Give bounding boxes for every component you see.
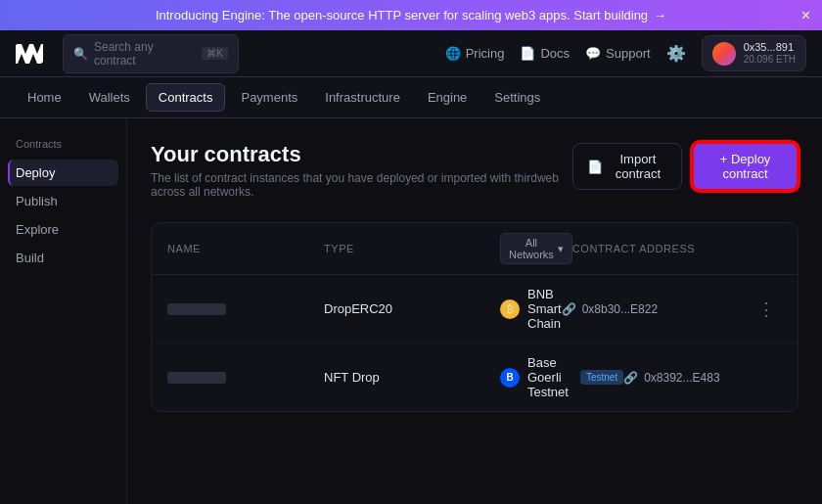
import-contract-button[interactable]: 📄 Import contract xyxy=(572,143,682,190)
content-title-area: Your contracts The list of contract inst… xyxy=(151,142,572,199)
top-nav: 🔍 Search any contract ⌘K 🌐 Pricing 📄 Doc… xyxy=(0,30,822,77)
import-icon: 📄 xyxy=(587,160,603,174)
contract-name-placeholder xyxy=(167,303,324,315)
address-cell: 🔗 0x8392...E483 xyxy=(623,371,799,385)
tab-engine[interactable]: Engine xyxy=(416,84,479,111)
header-actions: 📄 Import contract + Deploy contract xyxy=(572,142,799,191)
logo[interactable] xyxy=(16,44,43,64)
contract-type: NFT Drop xyxy=(324,370,500,385)
globe-icon: 🌐 xyxy=(445,46,461,61)
tab-contracts[interactable]: Contracts xyxy=(146,83,226,112)
sidebar: Contracts Deploy Publish Explore Build xyxy=(0,118,127,504)
wallet-badge[interactable]: 0x35...891 20.096 ETH xyxy=(702,35,806,71)
networks-filter-button[interactable]: All Networks ▾ xyxy=(500,233,572,264)
row-more-button[interactable]: ⋮ xyxy=(757,298,775,320)
sidebar-item-build[interactable]: Build xyxy=(8,245,118,271)
content-area: Your contracts The list of contract inst… xyxy=(127,118,822,504)
network-cell: B Base Goerli Testnet Testnet xyxy=(500,355,623,399)
col-name: NAME xyxy=(167,243,324,254)
base-icon: B xyxy=(500,368,520,388)
table-row: DropERC20 ₿ BNB Smart Chain 🔗 0x8b30...E… xyxy=(152,275,798,344)
tab-settings[interactable]: Settings xyxy=(482,84,552,111)
table-header: NAME TYPE All Networks ▾ CONTRACT ADDRES… xyxy=(152,223,798,275)
content-header: Your contracts The list of contract inst… xyxy=(151,142,799,199)
support-icon: 💬 xyxy=(585,46,601,61)
announcement-close-button[interactable]: × xyxy=(801,8,810,23)
contract-address: 0x8b30...E822 xyxy=(582,302,658,316)
docs-icon: 📄 xyxy=(520,46,535,61)
tab-wallets[interactable]: Wallets xyxy=(77,84,142,111)
address-cell: 🔗 0x8b30...E822 xyxy=(562,302,757,316)
network-name: Base Goerli Testnet xyxy=(527,355,569,399)
sidebar-item-explore[interactable]: Explore xyxy=(8,216,118,243)
col-networks[interactable]: All Networks ▾ xyxy=(500,233,572,264)
pricing-link[interactable]: 🌐 Pricing xyxy=(445,46,505,61)
network-cell: ₿ BNB Smart Chain xyxy=(500,287,562,331)
wallet-balance: 20.096 ETH xyxy=(744,54,796,66)
contract-type: DropERC20 xyxy=(324,301,500,316)
announcement-text: Introducing Engine: The open-source HTTP… xyxy=(156,8,648,23)
sidebar-item-publish[interactable]: Publish xyxy=(8,188,118,214)
contract-address: 0x8392...E483 xyxy=(644,371,719,385)
theme-toggle-button[interactable]: ⚙️ xyxy=(666,44,686,63)
network-name: BNB Smart Chain xyxy=(527,287,562,331)
contract-name-placeholder xyxy=(167,372,324,384)
search-placeholder: Search any contract xyxy=(94,40,196,68)
main-layout: Contracts Deploy Publish Explore Build Y… xyxy=(0,118,822,504)
tab-payments[interactable]: Payments xyxy=(229,84,309,111)
table-row: NFT Drop B Base Goerli Testnet Testnet 🔗… xyxy=(152,344,798,411)
copy-icon[interactable]: 🔗 xyxy=(623,371,638,385)
tab-home[interactable]: Home xyxy=(16,84,73,111)
col-type: TYPE xyxy=(324,243,500,254)
bnb-icon: ₿ xyxy=(500,299,520,319)
sidebar-item-deploy[interactable]: Deploy xyxy=(8,160,118,186)
sidebar-section-label: Contracts xyxy=(8,134,118,154)
copy-icon[interactable]: 🔗 xyxy=(562,302,576,316)
support-link[interactable]: 💬 Support xyxy=(585,46,651,61)
search-icon: 🔍 xyxy=(73,47,88,61)
search-box[interactable]: 🔍 Search any contract ⌘K xyxy=(63,34,239,73)
docs-link[interactable]: 📄 Docs xyxy=(520,46,570,61)
tab-infrastructure[interactable]: Infrastructure xyxy=(313,84,412,111)
announcement-bar: Introducing Engine: The open-source HTTP… xyxy=(0,0,822,30)
announcement-link[interactable]: → xyxy=(654,8,666,23)
page-description: The list of contract instances that you … xyxy=(151,171,572,199)
deploy-contract-button[interactable]: + Deploy contract xyxy=(692,142,799,191)
secondary-nav: Home Wallets Contracts Payments Infrastr… xyxy=(0,77,822,118)
wallet-info: 0x35...891 20.096 ETH xyxy=(744,41,796,66)
contracts-table: NAME TYPE All Networks ▾ CONTRACT ADDRES… xyxy=(151,222,799,412)
wallet-avatar xyxy=(712,42,736,66)
col-address: CONTRACT ADDRESS xyxy=(572,243,768,254)
testnet-badge: Testnet xyxy=(580,370,623,385)
search-kbd: ⌘K xyxy=(202,47,228,60)
page-title: Your contracts xyxy=(151,142,572,167)
nav-actions: 🌐 Pricing 📄 Docs 💬 Support ⚙️ 0x35...891… xyxy=(445,35,806,71)
wallet-address: 0x35...891 xyxy=(744,41,796,54)
chevron-down-icon: ▾ xyxy=(558,243,564,255)
